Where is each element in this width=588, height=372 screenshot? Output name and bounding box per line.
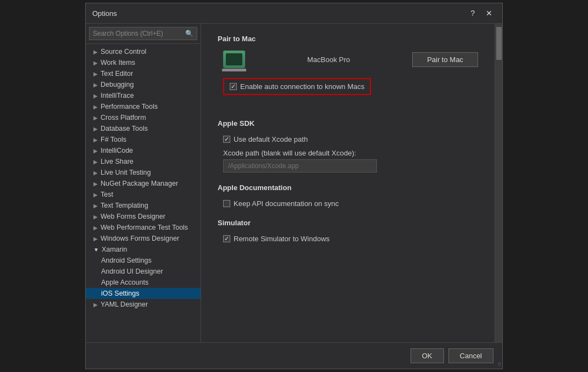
chevron-icon: ▶ <box>93 49 98 55</box>
search-input[interactable] <box>93 29 185 38</box>
mac-name: MacBook Pro <box>254 55 403 64</box>
sidebar: 🔍 ▶ Source Control ▶ Work Items ▶ Text E… <box>86 24 201 342</box>
chevron-icon: ▶ <box>93 71 98 77</box>
chevron-icon: ▶ <box>93 203 98 209</box>
sidebar-item-label: Text Editor <box>101 70 133 77</box>
pair-to-mac-button[interactable]: Pair to Mac <box>412 52 478 67</box>
cancel-button[interactable]: Cancel <box>448 348 493 363</box>
simulator-section: Simulator Remote Simulator to Windows <box>218 219 478 243</box>
chevron-icon: ▶ <box>93 159 98 165</box>
sidebar-item-cross-platform[interactable]: ▶ Cross Platform <box>86 112 201 123</box>
sidebar-item-live-share[interactable]: ▶ Live Share <box>86 156 201 167</box>
sidebar-item-nuget-package-manager[interactable]: ▶ NuGet Package Manager <box>86 178 201 189</box>
sidebar-item-label: Text Templating <box>101 202 148 209</box>
sidebar-item-apple-accounts[interactable]: Apple Accounts <box>86 277 201 288</box>
xcode-path-label: Xcode path (blank will use default Xcode… <box>223 149 478 157</box>
remote-simulator-label-text: Remote Simulator to Windows <box>234 235 330 243</box>
chevron-icon: ▶ <box>93 236 98 242</box>
auto-connect-label: Enable auto connection to known Macs <box>230 82 364 91</box>
sidebar-item-ios-settings[interactable]: iOS Settings <box>86 288 201 299</box>
close-button[interactable]: ✕ <box>482 8 496 19</box>
search-box: 🔍 <box>86 24 201 44</box>
sidebar-item-text-templating[interactable]: ▶ Text Templating <box>86 200 201 211</box>
auto-connect-highlight-box: Enable auto connection to known Macs <box>223 78 371 95</box>
sidebar-item-yaml-designer[interactable]: ▶ YAML Designer <box>86 299 201 310</box>
sidebar-item-xamarin[interactable]: ▼ Xamarin <box>86 244 201 255</box>
sidebar-item-fsharp-tools[interactable]: ▶ F# Tools <box>86 134 201 145</box>
chevron-icon: ▶ <box>93 170 98 176</box>
right-scrollbar[interactable] <box>495 24 502 342</box>
apple-sdk-heading: Apple SDK <box>218 119 478 127</box>
sidebar-item-label: IntelliTrace <box>101 92 134 99</box>
pair-to-mac-section: Pair to Mac MacBook Pro Pair to Mac Enab… <box>218 35 478 108</box>
remote-simulator-label: Remote Simulator to Windows <box>223 235 478 243</box>
chevron-icon: ▶ <box>93 93 98 99</box>
chevron-icon: ▶ <box>93 115 98 121</box>
simulator-heading: Simulator <box>218 219 478 227</box>
sidebar-item-debugging[interactable]: ▶ Debugging <box>86 79 201 90</box>
sidebar-item-android-settings[interactable]: Android Settings <box>86 255 201 266</box>
simulator-body: Remote Simulator to Windows <box>223 235 478 243</box>
pair-row: MacBook Pro Pair to Mac <box>223 51 478 68</box>
sidebar-item-work-items[interactable]: ▶ Work Items <box>86 57 201 68</box>
chevron-icon: ▶ <box>93 181 98 187</box>
title-bar: Options ? ✕ <box>86 3 502 24</box>
remote-simulator-checkbox[interactable] <box>223 235 230 242</box>
sidebar-item-text-editor[interactable]: ▶ Text Editor <box>86 68 201 79</box>
sidebar-item-label: Performance Tools <box>101 103 158 110</box>
sidebar-item-web-performance-test-tools[interactable]: ▶ Web Performance Test Tools <box>86 222 201 233</box>
sidebar-item-test[interactable]: ▶ Test <box>86 189 201 200</box>
sidebar-item-android-ui-designer[interactable]: Android UI Designer <box>86 266 201 277</box>
sidebar-item-label: NuGet Package Manager <box>101 180 178 187</box>
search-icon: 🔍 <box>185 30 193 37</box>
sidebar-item-label: IntelliCode <box>101 147 133 154</box>
sidebar-item-label: Web Forms Designer <box>101 213 165 220</box>
sidebar-item-label: Windows Forms Designer <box>101 235 179 242</box>
sidebar-item-database-tools[interactable]: ▶ Database Tools <box>86 123 201 134</box>
sidebar-item-performance-tools[interactable]: ▶ Performance Tools <box>86 101 201 112</box>
sidebar-item-label: Xamarin <box>102 246 127 253</box>
chevron-icon: ▶ <box>93 214 98 220</box>
sidebar-item-intellicode[interactable]: ▶ IntelliCode <box>86 145 201 156</box>
apple-docs-heading: Apple Documentation <box>218 184 478 192</box>
sidebar-item-label: Debugging <box>101 81 134 88</box>
sidebar-item-label: F# Tools <box>101 136 126 143</box>
auto-connect-label-text: Enable auto connection to known Macs <box>240 82 364 91</box>
chevron-icon: ▶ <box>93 104 98 110</box>
chevron-icon: ▶ <box>93 225 98 231</box>
sidebar-item-web-forms-designer[interactable]: ▶ Web Forms Designer <box>86 211 201 222</box>
dialog-body: 🔍 ▶ Source Control ▶ Work Items ▶ Text E… <box>86 24 502 342</box>
main-content: Pair to Mac MacBook Pro Pair to Mac Enab… <box>201 24 495 342</box>
keep-api-docs-checkbox[interactable] <box>223 200 230 207</box>
sidebar-item-live-unit-testing[interactable]: ▶ Live Unit Testing <box>86 167 201 178</box>
chevron-icon: ▶ <box>93 126 98 132</box>
chevron-icon: ▶ <box>93 302 98 308</box>
apple-sdk-section: Apple SDK Use default Xcode path Xcode p… <box>218 119 478 173</box>
chevron-icon: ▶ <box>93 137 98 143</box>
auto-connect-checkbox[interactable] <box>230 83 237 90</box>
sidebar-item-label: Apple Accounts <box>101 279 148 286</box>
ok-button[interactable]: OK <box>411 348 444 363</box>
chevron-icon: ▶ <box>93 192 98 198</box>
sidebar-item-label: Android UI Designer <box>101 268 163 275</box>
remote-simulator-row: Remote Simulator to Windows <box>223 235 478 243</box>
sidebar-item-label: iOS Settings <box>101 290 139 297</box>
scrollbar-thumb[interactable] <box>496 27 502 60</box>
use-default-xcode-row: Use default Xcode path <box>223 135 478 143</box>
apple-docs-body: Keep API documentation on sync <box>223 199 478 208</box>
sidebar-item-label: Live Unit Testing <box>101 169 151 176</box>
dialog-footer: OK Cancel ⠿ <box>86 342 502 369</box>
sidebar-item-intellitrace[interactable]: ▶ IntelliTrace <box>86 90 201 101</box>
help-button[interactable]: ? <box>467 8 478 19</box>
sidebar-item-source-control[interactable]: ▶ Source Control <box>86 46 201 57</box>
sidebar-item-windows-forms-designer[interactable]: ▶ Windows Forms Designer <box>86 233 201 244</box>
use-default-xcode-checkbox[interactable] <box>223 136 230 143</box>
dialog-title: Options <box>92 9 117 18</box>
resize-handle[interactable]: ⠿ <box>495 361 502 369</box>
mac-monitor-icon <box>223 51 245 68</box>
options-dialog: Options ? ✕ 🔍 ▶ Source Control ▶ <box>85 3 503 369</box>
sidebar-item-label: Database Tools <box>101 125 148 132</box>
pair-to-mac-heading: Pair to Mac <box>218 35 478 43</box>
xcode-path-input[interactable] <box>223 159 377 173</box>
sidebar-item-label: Source Control <box>101 48 146 55</box>
